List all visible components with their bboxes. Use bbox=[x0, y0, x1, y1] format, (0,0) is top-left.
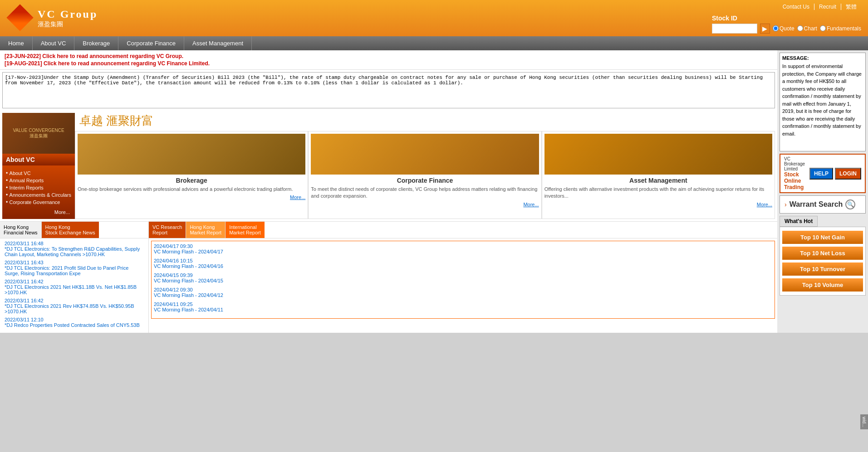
header-top: VC Group 滙盈集團 Contact Us Recruit 繁體 Stoc… bbox=[0, 0, 868, 36]
about-vc-link-1[interactable]: Annual Reports bbox=[10, 178, 44, 183]
corporate-more[interactable]: More... bbox=[311, 202, 539, 207]
research-link-0[interactable]: VC Morning Flash - 2024/04/17 bbox=[154, 249, 772, 254]
contact-us-link[interactable]: Contact Us bbox=[778, 4, 814, 10]
news-timestamp-2: 2022/03/11 16:42 bbox=[5, 279, 144, 284]
list-item: 2024/04/11 09:25 VC Morning Flash - 2024… bbox=[154, 301, 772, 312]
stock-search-area: Stock ID ▶ Quote Chart Fundamentals bbox=[712, 15, 861, 34]
logo-en: VC Group bbox=[38, 8, 98, 20]
login-button[interactable]: LOGIN bbox=[835, 168, 861, 180]
news-timestamp-1: 2022/03/11 16:43 bbox=[5, 260, 144, 265]
news-timestamp-0: 2022/03/11 16:48 bbox=[5, 241, 144, 246]
asset-desc: Offering clients with alternative invest… bbox=[544, 186, 772, 200]
news-link-3[interactable]: *DJ TCL Electronics 2021 Rev HK$74.85B V… bbox=[5, 303, 144, 314]
search-type-radios: Quote Chart Fundamentals bbox=[773, 25, 861, 32]
help-button[interactable]: HELP bbox=[809, 168, 833, 180]
research-timestamp-4: 2024/04/11 09:25 bbox=[154, 301, 772, 307]
top10-turnover-button[interactable]: Top 10 Turnover bbox=[782, 262, 863, 276]
logo-area: VC Group 滙盈集團 bbox=[7, 5, 98, 32]
logo-cn: 滙盈集團 bbox=[38, 20, 98, 29]
top10-volume-button[interactable]: Top 10 Volume bbox=[782, 278, 863, 292]
brokerage-more[interactable]: More... bbox=[78, 194, 305, 200]
research-list: 2024/04/17 09:30 VC Morning Flash - 2024… bbox=[151, 241, 775, 319]
about-vc-link-0[interactable]: About VC bbox=[10, 170, 31, 176]
warrant-arrow-icon: › bbox=[785, 201, 787, 208]
warrant-search-area[interactable]: › Warrant Search 🔍 bbox=[780, 195, 866, 214]
news-link-0[interactable]: *DJ TCL Electronics: To Strengthen R&D C… bbox=[5, 246, 144, 257]
announcements-bar: [23-JUN-2022] Click here to read announc… bbox=[0, 50, 777, 70]
about-vc-links: About VC Annual Reports Interim Reports … bbox=[6, 167, 71, 208]
list-item: 2024/04/12 09:30 VC Morning Flash - 2024… bbox=[154, 287, 772, 298]
research-tabs: VC ResearchReport Hong KongMarket Report… bbox=[149, 222, 777, 238]
lang-link[interactable]: 繁體 bbox=[841, 3, 861, 11]
news-timestamp-3: 2022/03/11 16:42 bbox=[5, 298, 144, 303]
nav-brokerage[interactable]: Brokerage bbox=[74, 36, 118, 50]
list-item: 2024/04/15 09:39 VC Morning Flash - 2024… bbox=[154, 272, 772, 283]
research-link-3[interactable]: VC Morning Flash - 2024/04/12 bbox=[154, 292, 772, 298]
top10-net-gain-button[interactable]: Top 10 Net Gain bbox=[782, 231, 863, 244]
whats-hot-section: What's Hot Top 10 Net Gain Top 10 Net Lo… bbox=[780, 216, 866, 296]
stock-go-button[interactable]: ▶ bbox=[760, 24, 770, 34]
research-timestamp-1: 2024/04/16 10:15 bbox=[154, 258, 772, 263]
list-item: 2022/03/11 16:43 *DJ TCL Electronics: 20… bbox=[5, 260, 144, 276]
top10-net-loss-button[interactable]: Top 10 Net Loss bbox=[782, 247, 863, 260]
hot-buttons-panel: Top 10 Net Gain Top 10 Net Loss Top 10 T… bbox=[780, 227, 866, 296]
research-panel: VC ResearchReport Hong KongMarket Report… bbox=[149, 221, 777, 333]
news-list: 2022/03/11 16:48 *DJ TCL Electronics: To… bbox=[0, 238, 148, 333]
tab-hk-stock-news[interactable]: Hong KongStock Exchange News bbox=[42, 222, 99, 238]
tab-hk-financial-news[interactable]: Hong KongFinancial News bbox=[0, 222, 42, 238]
list-item: 2022/03/11 16:42 *DJ TCL Electronics 202… bbox=[5, 298, 144, 314]
brokerage-title: Brokerage bbox=[78, 177, 305, 184]
news-tabs: Hong KongFinancial News Hong KongStock E… bbox=[0, 222, 148, 238]
announcement-1[interactable]: [23-JUN-2022] Click here to read announc… bbox=[5, 53, 773, 59]
stock-id-label: Stock ID bbox=[712, 15, 737, 22]
about-vc-link-2[interactable]: Interim Reports bbox=[10, 185, 44, 190]
scroll-news[interactable]: [17-Nov-2023]Under the Stamp Duty (Amend… bbox=[2, 72, 775, 108]
message-box: MESSAGE: In support of environmental pro… bbox=[780, 53, 866, 151]
left-col: [23-JUN-2022] Click here to read announc… bbox=[0, 50, 777, 333]
news-link-2[interactable]: *DJ TCL Electronics 2021 Net HK$1.18B Vs… bbox=[5, 284, 144, 295]
search-icon: 🔍 bbox=[845, 199, 855, 209]
list-item: 2024/04/16 10:15 VC Morning Flash - 2024… bbox=[154, 258, 772, 269]
tab-vc-research[interactable]: VC ResearchReport bbox=[149, 222, 186, 238]
asset-title: Asset Management bbox=[544, 177, 772, 184]
bottom-news-section: Hong KongFinancial News Hong KongStock E… bbox=[0, 221, 777, 333]
research-link-4[interactable]: VC Morning Flash - 2024/04/11 bbox=[154, 307, 772, 312]
about-vc-link-3[interactable]: Announcements & Circulars bbox=[10, 192, 71, 198]
research-timestamp-0: 2024/04/17 09:30 bbox=[154, 243, 772, 249]
news-timestamp-4: 2022/03/11 12:10 bbox=[5, 317, 144, 322]
announcement-2[interactable]: [19-AUG-2021] Click here to read announc… bbox=[5, 60, 773, 67]
nav-about-vc[interactable]: About VC bbox=[33, 36, 75, 50]
stock-id-input[interactable] bbox=[712, 24, 757, 34]
quote-radio-label[interactable]: Quote bbox=[773, 25, 794, 32]
research-link-1[interactable]: VC Morning Flash - 2024/04/16 bbox=[154, 263, 772, 269]
list-item: 2022/03/11 16:42 *DJ TCL Electronics 202… bbox=[5, 279, 144, 295]
stock-online-label: Stock Online Trading bbox=[784, 171, 808, 190]
list-item: 2024/04/17 09:30 VC Morning Flash - 2024… bbox=[154, 243, 772, 254]
news-link-1[interactable]: *DJ TCL Electronics: 2021 Profit Slid Du… bbox=[5, 265, 144, 276]
research-link-2[interactable]: VC Morning Flash - 2024/04/15 bbox=[154, 278, 772, 283]
about-vc-title: About VC bbox=[6, 156, 35, 163]
main-container: [23-JUN-2022] Click here to read announc… bbox=[0, 50, 868, 333]
fundamentals-radio-label[interactable]: Fundamentals bbox=[820, 25, 861, 32]
online-trading-button[interactable]: VC Brokerage Limted Stock Online Trading… bbox=[780, 154, 866, 193]
corporate-title: Corporate Finance bbox=[311, 177, 539, 184]
whats-hot-tab: What's Hot bbox=[780, 216, 818, 227]
news-link-4[interactable]: *DJ Redco Properties Posted Contracted S… bbox=[5, 322, 144, 328]
main-nav: Home About VC Brokerage Corporate Financ… bbox=[0, 36, 868, 50]
research-timestamp-3: 2024/04/12 09:30 bbox=[154, 287, 772, 292]
about-vc-more[interactable]: More... bbox=[6, 208, 71, 216]
slogan: 卓越 滙聚財富 bbox=[75, 113, 775, 131]
nav-corporate-finance[interactable]: Corporate Finance bbox=[118, 36, 184, 50]
tab-international-market[interactable]: InternationalMarket Report bbox=[226, 222, 265, 238]
nav-asset-management[interactable]: Asset Management bbox=[184, 36, 252, 50]
tab-hk-market[interactable]: Hong KongMarket Report bbox=[186, 222, 226, 238]
message-content: In support of environmental protection, … bbox=[782, 63, 863, 149]
chart-radio-label[interactable]: Chart bbox=[797, 25, 817, 32]
list-item: 2022/03/11 12:10 *DJ Redco Properties Po… bbox=[5, 317, 144, 328]
right-col: MESSAGE: In support of environmental pro… bbox=[777, 50, 868, 333]
nav-home[interactable]: Home bbox=[0, 36, 33, 50]
recruit-link[interactable]: Recruit bbox=[814, 4, 841, 10]
asset-more[interactable]: More... bbox=[544, 202, 772, 207]
about-vc-link-4[interactable]: Corporate Governance bbox=[10, 199, 60, 205]
warrant-search-label: Warrant Search bbox=[790, 200, 843, 209]
